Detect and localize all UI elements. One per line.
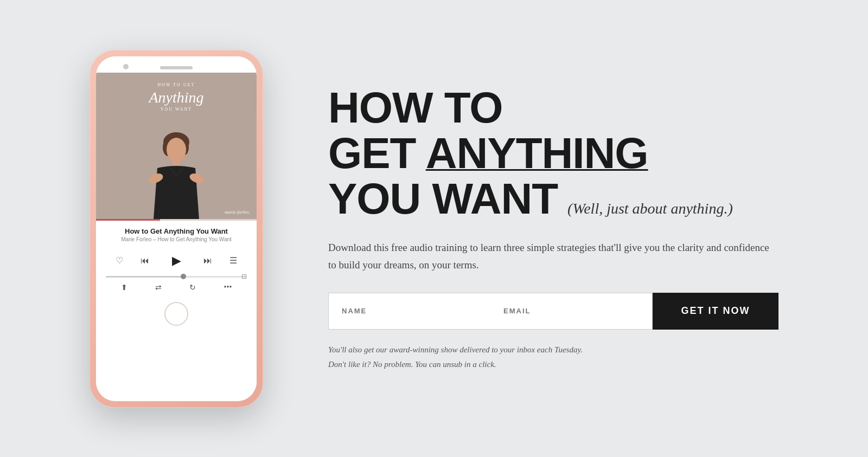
name-input[interactable]: [328, 293, 490, 330]
progress-bar: [96, 219, 257, 221]
headline-line1: HOW TO: [328, 83, 502, 132]
playback-controls: ♡ ⏮ ▶ ⏭ ☰: [96, 246, 257, 276]
headline-you-want: YOU WANT: [328, 176, 558, 222]
repeat-icon[interactable]: ↻: [189, 283, 196, 292]
phone-home-area: [96, 298, 257, 401]
album-author-name: marie forleo.: [225, 209, 250, 215]
svg-point-4: [167, 138, 186, 162]
page-container: HOW TO GET Anything YOU WANT: [0, 0, 868, 457]
fine-print-line2: Don't like it? No problem. You can unsub…: [328, 357, 778, 372]
album-script-title: Anything: [149, 89, 203, 106]
phone-camera: [123, 64, 129, 69]
forward-icon[interactable]: ⏭: [203, 256, 212, 266]
heart-icon[interactable]: ♡: [116, 255, 123, 266]
seek-thumb: [181, 274, 186, 279]
album-top-text: HOW TO GET: [158, 82, 195, 87]
submit-button[interactable]: GET IT NOW: [653, 293, 778, 330]
headline-anything: ANYTHING: [426, 129, 648, 177]
headline-row3: YOU WANT (Well, just about anything.): [328, 176, 778, 222]
progress-fill: [96, 219, 160, 221]
track-info: How to Get Anything You Want Marie Forle…: [96, 221, 257, 246]
description-text: Download this free audio training to lea…: [328, 239, 773, 273]
album-bottom-text: YOU WANT: [161, 107, 192, 112]
phone-frame: HOW TO GET Anything YOU WANT: [90, 50, 263, 408]
fine-print-line1: You'll also get our award-winning show d…: [328, 343, 778, 357]
play-button[interactable]: ▶: [167, 251, 186, 271]
home-button[interactable]: [164, 302, 188, 326]
signup-form: GET IT NOW: [328, 293, 778, 330]
list-icon[interactable]: ☰: [229, 255, 237, 266]
phone-speaker: [160, 66, 193, 69]
share-icon[interactable]: ⬆: [121, 283, 127, 292]
rewind-icon[interactable]: ⏮: [141, 256, 149, 266]
email-input[interactable]: [490, 293, 653, 330]
shuffle-icon[interactable]: ⇄: [155, 283, 162, 292]
headline-subtitle: (Well, just about anything.): [567, 201, 733, 216]
album-art: HOW TO GET Anything YOU WANT: [96, 73, 257, 219]
fine-print: You'll also get our award-winning show d…: [328, 343, 778, 372]
phone-mockup: HOW TO GET Anything YOU WANT: [90, 50, 274, 408]
airplay-icon[interactable]: ⊡: [241, 273, 247, 281]
headline-get: GET: [328, 129, 426, 177]
seek-bar[interactable]: ⊡: [106, 276, 247, 278]
album-person-image: [127, 127, 225, 219]
track-subtitle: Marie Forleo – How to Get Anything You W…: [101, 236, 251, 242]
more-icon[interactable]: •••: [224, 283, 232, 292]
seek-bar-container: ⊡: [96, 276, 257, 278]
track-title: How to Get Anything You Want: [101, 227, 251, 235]
phone-top-bar: [96, 56, 257, 73]
bottom-controls: ⬆ ⇄ ↻ •••: [96, 278, 257, 298]
content-area: HOW TO GET ANYTHING YOU WANT (Well, just…: [317, 85, 778, 372]
seek-fill: [106, 276, 183, 278]
phone-screen: HOW TO GET Anything YOU WANT: [96, 56, 257, 401]
headline-line2: GET ANYTHING: [328, 129, 648, 177]
main-headline: HOW TO GET ANYTHING YOU WANT (Well, just…: [328, 85, 778, 222]
